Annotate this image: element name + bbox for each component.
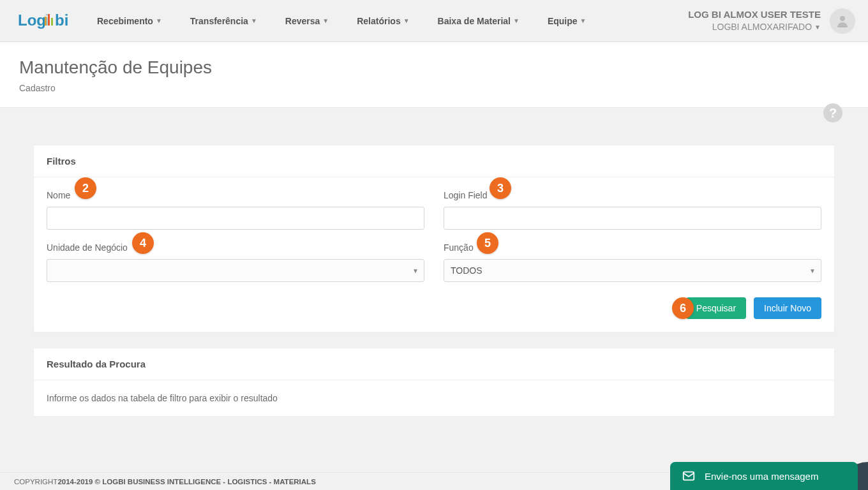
logo[interactable]: Log i bi [18,11,71,31]
field-unidade: 4 Unidade de Negócio ▼ [47,242,424,282]
field-funcao: 5 Função TODOS ▼ [444,242,821,282]
chat-text: Envie-nos uma mensagem [705,471,818,482]
annotation-badge-4: 4 [132,232,154,254]
avatar[interactable] [830,8,855,34]
select-unidade[interactable]: ▼ [47,259,424,282]
nav-recebimento[interactable]: Recebimento▼ [97,16,162,26]
chat-widget[interactable]: Envie-nos uma mensagem [670,462,858,490]
annotation-badge-3: 3 [490,177,511,199]
label-unidade: Unidade de Negócio [47,242,424,253]
input-nome[interactable] [47,207,424,230]
annotation-badge-5: 5 [477,232,498,254]
results-empty-message: Informe os dados na tabela de filtro par… [47,393,821,403]
svg-text:Log: Log [18,11,46,29]
label-nome: Nome [47,190,424,200]
caret-down-icon: ▼ [412,267,419,274]
annotation-badge-2: 2 [75,177,96,199]
caret-down-icon: ▼ [403,17,410,24]
main-nav: Recebimento▼ Transferência▼ Reversa▼ Rel… [97,16,586,26]
nav-label: Transferência [190,16,248,26]
user-menu[interactable]: LOG BI ALMOX USER TESTE LOGBI ALMOXARIFA… [688,8,855,34]
filters-panel: Filtros 2 Nome 4 Unidade de Negócio ▼ [33,145,835,332]
user-name: LOG BI ALMOX USER TESTE [688,8,821,21]
user-text-block: LOG BI ALMOX USER TESTE LOGBI ALMOXARIFA… [688,8,821,33]
caret-down-icon: ▼ [814,23,821,32]
annotation-badge-6: 6 [672,297,694,319]
results-heading: Resultado da Procura [34,348,834,380]
caret-down-icon: ▼ [251,17,257,24]
caret-down-icon: ▼ [580,17,587,24]
user-subunit: LOGBI ALMOXARIFADO▼ [688,21,821,33]
nav-relatorios[interactable]: Relatórios▼ [357,16,409,26]
select-funcao-value: TODOS [451,265,483,276]
page-title: Manutenção de Equipes [19,57,849,78]
caret-down-icon: ▼ [322,17,329,24]
help-icon[interactable]: ? [823,103,842,122]
caret-down-icon: ▼ [809,267,816,274]
label-funcao: Função [444,242,821,253]
svg-rect-3 [51,18,53,26]
field-login: 3 Login Field [444,190,821,230]
breadcrumb: Cadastro [19,83,849,93]
nav-transferencia[interactable]: Transferência▼ [190,16,257,26]
page-header: Manutenção de Equipes Cadastro ? [0,42,868,108]
input-login[interactable] [444,207,821,230]
footer-text: 2014-2019 © LOGBI BUSINESS INTELLIGENCE … [57,478,315,486]
content: Filtros 2 Nome 4 Unidade de Negócio ▼ [0,108,868,445]
filters-heading: Filtros [34,145,834,177]
nav-baixa-material[interactable]: Baixa de Material▼ [438,16,520,26]
nav-label: Reversa [285,16,320,26]
nav-label: Baixa de Material [438,16,511,26]
caret-down-icon: ▼ [156,17,162,24]
nav-label: Recebimento [97,16,153,26]
nav-reversa[interactable]: Reversa▼ [285,16,329,26]
nav-label: Equipe [548,16,578,26]
nav-label: Relatórios [357,16,400,26]
footer-prefix: COPYRIGHT [14,478,57,486]
svg-text:bi: bi [55,11,68,29]
select-funcao[interactable]: TODOS ▼ [444,259,821,282]
new-button[interactable]: Incluir Novo [754,297,821,319]
user-subunit-label: LOGBI ALMOXARIFADO [712,21,812,33]
field-nome: 2 Nome [47,190,424,230]
svg-text:i: i [45,11,49,29]
search-button[interactable]: Pesquisar [686,297,746,319]
caret-down-icon: ▼ [513,17,520,24]
mail-icon [682,469,696,483]
nav-equipe[interactable]: Equipe▼ [548,16,587,26]
svg-point-6 [840,16,845,21]
topbar: Log i bi Recebimento▼ Transferência▼ Rev… [0,0,868,42]
results-panel: Resultado da Procura Informe os dados na… [33,348,835,417]
